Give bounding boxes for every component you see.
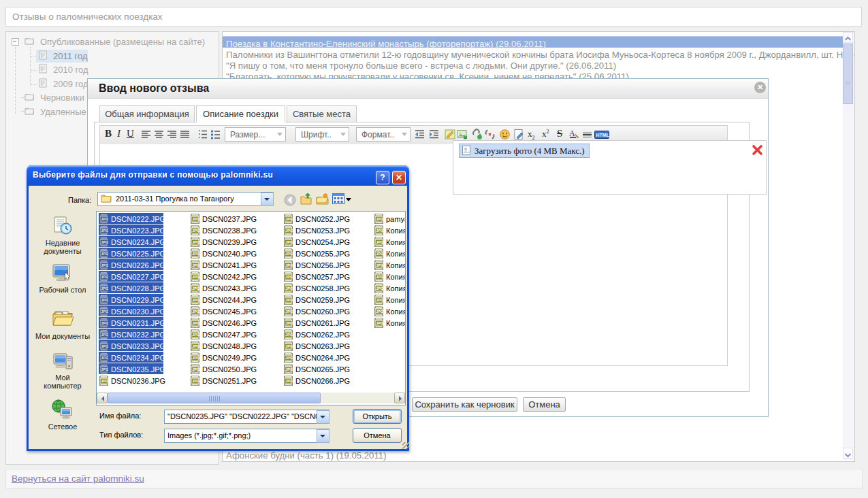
- svg-text:HTML: HTML: [596, 133, 610, 137]
- svg-text:A: A: [569, 129, 575, 138]
